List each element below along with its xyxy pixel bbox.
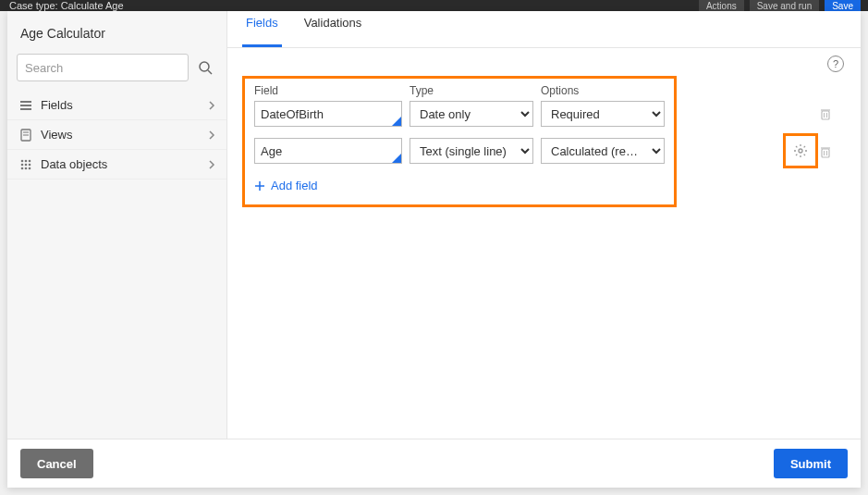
tabs: Fields Validations — [227, 11, 861, 48]
field-type-select[interactable]: Date only — [410, 101, 533, 127]
field-row: Date only Required — [254, 101, 665, 127]
main: Fields Validations ? Field Type Options — [227, 11, 861, 439]
svg-rect-24 — [822, 149, 829, 157]
field-row: Text (single line) Calculated (read-only… — [254, 138, 665, 164]
search-icon — [198, 60, 213, 75]
field-options-select[interactable]: Required — [541, 101, 665, 127]
nav-item-label: Fields — [41, 98, 208, 112]
backdrop-save: Save — [825, 0, 861, 11]
svg-rect-4 — [20, 108, 31, 110]
nav-item-fields[interactable]: Fields — [7, 91, 226, 120]
col-field-header: Field — [254, 84, 402, 97]
svg-point-0 — [200, 62, 209, 71]
field-name-input[interactable] — [254, 138, 402, 164]
field-options-select[interactable]: Calculated (read-only) — [541, 138, 665, 164]
backdrop-bar: Case type: Calculate Age Actions Save an… — [0, 0, 868, 11]
col-type-header: Type — [410, 84, 533, 97]
field-name-input[interactable] — [254, 101, 402, 127]
tab-fields[interactable]: Fields — [242, 11, 282, 47]
svg-line-1 — [208, 70, 212, 74]
dataobjects-icon — [18, 158, 33, 171]
svg-point-8 — [21, 159, 24, 162]
svg-point-15 — [25, 167, 28, 169]
backdrop-actions: Actions — [699, 0, 744, 11]
modal: Age Calculator Fields — [7, 11, 861, 488]
svg-point-11 — [21, 163, 24, 166]
add-field-label: Add field — [271, 179, 318, 192]
backdrop-saverun: Save and run — [750, 0, 820, 11]
row-actions — [816, 105, 835, 123]
svg-point-9 — [25, 159, 28, 162]
tab-validations[interactable]: Validations — [300, 11, 366, 47]
svg-point-13 — [29, 163, 31, 166]
fields-area: Field Type Options Date only R — [227, 48, 861, 235]
svg-point-23 — [799, 149, 802, 153]
submit-button[interactable]: Submit — [774, 449, 848, 478]
svg-rect-3 — [20, 105, 31, 106]
chevron-right-icon — [208, 159, 215, 170]
column-headers: Field Type Options — [254, 84, 665, 97]
nav-item-label: Views — [41, 128, 208, 142]
gear-icon[interactable] — [791, 142, 810, 160]
highlight-fields-box: Field Type Options Date only R — [242, 76, 677, 207]
resize-corner-icon — [392, 117, 401, 126]
footer: Cancel Submit — [7, 439, 861, 488]
search-button[interactable] — [192, 54, 217, 81]
svg-point-14 — [21, 167, 24, 169]
delete-icon[interactable] — [816, 105, 835, 123]
svg-rect-2 — [20, 101, 31, 103]
fields-icon — [18, 99, 33, 112]
nav-item-views[interactable]: Views — [7, 120, 226, 150]
search-input[interactable] — [17, 54, 189, 81]
row-actions — [816, 142, 835, 161]
nav-list: Fields Views — [7, 91, 226, 179]
svg-point-12 — [25, 163, 28, 166]
chevron-right-icon — [208, 130, 215, 141]
resize-corner-icon — [392, 154, 401, 163]
chevron-right-icon — [208, 100, 215, 111]
col-options-header: Options — [541, 84, 665, 97]
svg-rect-19 — [822, 111, 829, 119]
delete-icon[interactable] — [816, 142, 835, 161]
svg-point-10 — [29, 159, 31, 162]
nav-item-label: Data objects — [41, 157, 208, 171]
plus-icon — [254, 180, 265, 192]
nav-item-dataobjects[interactable]: Data objects — [7, 150, 226, 179]
svg-point-16 — [29, 167, 31, 169]
field-type-select[interactable]: Text (single line) — [410, 138, 533, 164]
sidebar: Age Calculator Fields — [7, 11, 227, 439]
modal-title: Age Calculator — [7, 11, 226, 54]
cancel-button[interactable]: Cancel — [20, 449, 93, 478]
views-icon — [18, 129, 33, 142]
highlight-gear-box — [783, 133, 818, 168]
add-field-button[interactable]: Add field — [254, 179, 318, 192]
backdrop-context: Case type: Calculate Age — [9, 0, 124, 11]
